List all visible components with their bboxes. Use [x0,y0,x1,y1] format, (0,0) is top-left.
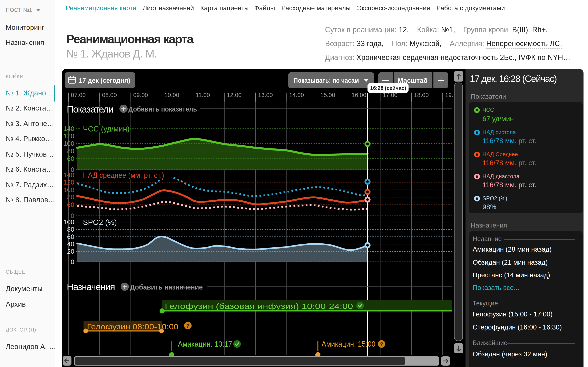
svg-text:60: 60 [67,201,74,208]
svg-text:Показывать: по часам: Показывать: по часам [294,77,359,84]
svg-text:15:00: 15:00 [320,92,335,98]
svg-text:60: 60 [67,233,74,240]
svg-text:10:00: 10:00 [164,92,179,98]
svg-text:20: 20 [67,248,74,255]
svg-text:?: ? [186,323,190,329]
svg-text:0: 0 [71,258,74,266]
svg-text:80: 80 [67,226,74,233]
svg-text:120: 120 [63,179,74,186]
svg-text:Назначения: Назначения [67,282,115,292]
svg-text:SPO2 (%): SPO2 (%) [83,218,117,226]
svg-text:ЧСС (уд/мин): ЧСС (уд/мин) [83,125,130,133]
svg-text:100: 100 [63,140,74,147]
svg-text:Амикацин. 15:00: Амикацин. 15:00 [321,340,375,348]
svg-text:80: 80 [67,147,74,155]
svg-text:80: 80 [67,193,74,201]
svg-text:18:00: 18:00 [414,92,429,98]
svg-text:19:: 19: [445,92,453,98]
svg-text:16:00: 16:00 [352,92,366,98]
svg-text:13:00: 13:00 [258,92,273,98]
svg-text:09:00: 09:00 [133,92,148,98]
svg-text:120: 120 [63,132,74,140]
svg-text:140: 140 [63,125,74,132]
svg-text:100: 100 [63,218,74,226]
svg-text:12:00: 12:00 [227,92,242,98]
svg-text:Гелофузин 08:00-10:00: Гелофузин 08:00-10:00 [87,323,178,331]
svg-text:Добавить назначение: Добавить назначение [130,283,203,291]
svg-text:Гелофузин (базовая инфузия) 10: Гелофузин (базовая инфузия) 10:00-24:00 [165,302,353,310]
svg-text:60: 60 [67,155,74,162]
svg-text:16:28 (сейчас): 16:28 (сейчас) [370,85,406,91]
svg-text:14:00: 14:00 [289,92,304,98]
svg-text:НАД среднее (мм. рт. ст.): НАД среднее (мм. рт. ст.) [83,171,164,179]
svg-text:17 дек (сегодня): 17 дек (сегодня) [79,77,130,84]
svg-text:?: ? [380,341,383,347]
svg-text:100: 100 [63,186,74,193]
svg-text:Добавить показатель: Добавить показатель [129,105,197,113]
svg-text:11:00: 11:00 [196,92,210,98]
svg-text:08:00: 08:00 [102,92,117,98]
svg-text:Масштаб: Масштаб [398,77,428,84]
svg-text:Показатели: Показатели [67,104,113,115]
svg-text:Амикацин. 10:17: Амикацин. 10:17 [178,340,232,348]
svg-text:07:00: 07:00 [71,92,86,98]
svg-text:40: 40 [67,240,74,248]
svg-text:140: 140 [63,171,74,179]
